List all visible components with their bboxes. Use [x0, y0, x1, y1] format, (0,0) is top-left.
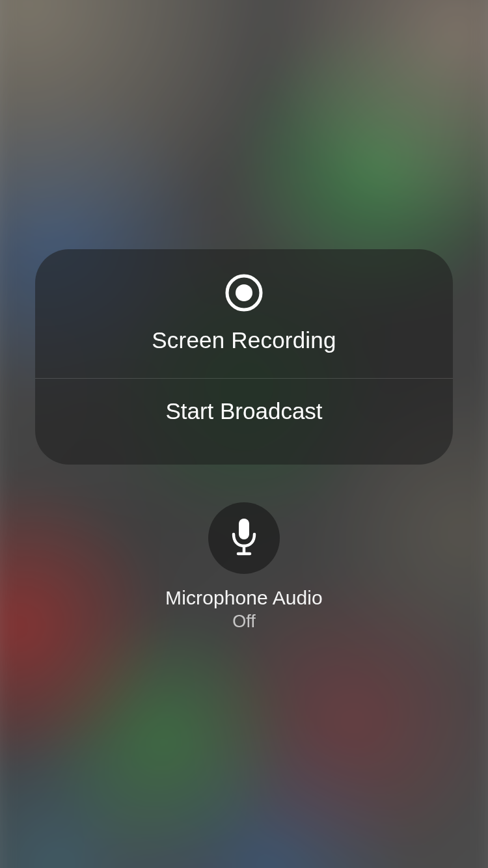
svg-point-1 — [236, 284, 252, 301]
record-icon — [225, 274, 263, 312]
panel-header: Screen Recording — [35, 249, 453, 378]
microphone-status: Off — [232, 612, 256, 632]
microphone-icon — [230, 517, 258, 559]
microphone-toggle-button[interactable] — [208, 502, 280, 574]
panel-title: Screen Recording — [152, 327, 336, 353]
microphone-section: Microphone Audio Off — [165, 502, 323, 632]
svg-rect-2 — [239, 519, 249, 539]
start-broadcast-button[interactable]: Start Broadcast — [35, 379, 453, 465]
control-center-expanded: Screen Recording Start Broadcast Microph… — [0, 0, 488, 868]
microphone-label: Microphone Audio — [165, 587, 323, 609]
screen-recording-panel: Screen Recording Start Broadcast — [35, 249, 453, 465]
